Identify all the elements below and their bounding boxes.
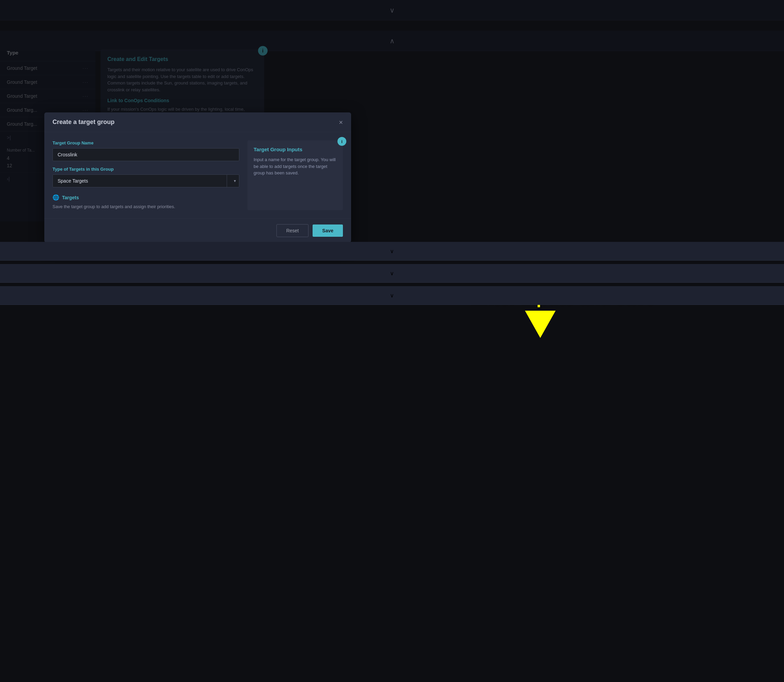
targets-title: Targets: [62, 195, 79, 200]
chevron-down-icon: ∨: [390, 270, 394, 277]
modal-info-title: Target Group Inputs: [254, 147, 337, 152]
chevron-down-icon: ∨: [390, 248, 394, 255]
modal-footer: Reset Save: [44, 218, 351, 242]
modal-info-icon: i: [337, 137, 346, 146]
save-button[interactable]: Save: [313, 225, 343, 237]
reset-button[interactable]: Reset: [276, 224, 309, 237]
name-label: Target Group Name: [53, 140, 239, 145]
targets-header: 🌐 Targets: [53, 194, 239, 201]
modal-body: Target Group Name Type of Targets in thi…: [44, 132, 351, 218]
modal-header: Create a target group ×: [44, 112, 351, 132]
modal-title: Create a target group: [53, 118, 115, 126]
targets-section: 🌐 Targets Save the target group to add t…: [53, 194, 239, 210]
target-group-name-input[interactable]: [53, 148, 239, 161]
bottom-collapsed-section-3[interactable]: ∨: [0, 286, 784, 305]
type-select-wrapper: Space Targets Ground Targets Celestial T…: [53, 174, 239, 187]
modal-info-panel: i Target Group Inputs Input a name for t…: [247, 140, 343, 210]
modal-info-text: Input a name for the target group. You w…: [254, 156, 337, 177]
form-section: Target Group Name Type of Targets in thi…: [53, 140, 239, 210]
type-label: Type of Targets in this Group: [53, 167, 239, 172]
targets-description: Save the target group to add targets and…: [53, 203, 239, 210]
annotation-arrow-icon: [525, 311, 556, 338]
chevron-down-icon: ∨: [390, 292, 394, 299]
modal-close-button[interactable]: ×: [339, 119, 343, 126]
bottom-collapsed-section-1[interactable]: ∨: [0, 242, 784, 261]
bottom-collapsed-section-2[interactable]: ∨: [0, 264, 784, 283]
globe-icon: 🌐: [53, 194, 59, 201]
create-target-group-modal: Create a target group × Target Group Nam…: [44, 112, 351, 242]
target-type-select[interactable]: Space Targets Ground Targets Celestial T…: [53, 174, 239, 187]
select-divider: [227, 174, 227, 187]
modal-overlay: [0, 0, 784, 682]
